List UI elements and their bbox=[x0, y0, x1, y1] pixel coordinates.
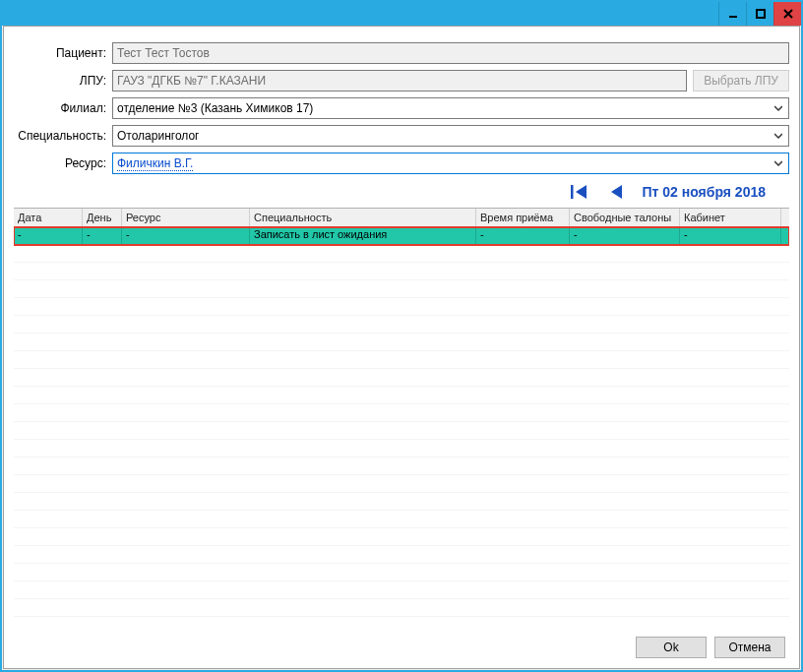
nav-first-button[interactable] bbox=[568, 182, 591, 202]
cell-time: - bbox=[476, 227, 570, 245]
col-day[interactable]: День bbox=[83, 209, 122, 226]
branch-combo[interactable]: отделение №3 (Казань Химиков 17) bbox=[112, 97, 789, 119]
grid-lines bbox=[14, 227, 789, 631]
schedule-grid: Дата День Ресурс Специальность Время при… bbox=[14, 208, 789, 631]
col-free[interactable]: Свободные талоны bbox=[570, 209, 680, 226]
patient-field: Тест Тест Тостов bbox=[112, 42, 789, 64]
resource-label: Ресурс: bbox=[14, 156, 112, 170]
choose-lpu-button[interactable]: Выбрать ЛПУ bbox=[693, 70, 789, 92]
chevron-down-icon bbox=[771, 98, 786, 118]
close-button[interactable] bbox=[773, 2, 801, 26]
resource-value: Филичкин В.Г. bbox=[117, 156, 193, 171]
chevron-down-icon bbox=[771, 126, 786, 146]
titlebar bbox=[2, 2, 801, 26]
patient-label: Пациент: bbox=[14, 46, 112, 60]
specialty-value: Отоларинголог bbox=[117, 129, 200, 143]
filter-form: Пациент: Тест Тест Тостов ЛПУ: ГАУЗ "ДГК… bbox=[14, 42, 789, 174]
cancel-button[interactable]: Отмена bbox=[714, 637, 785, 658]
svg-rect-1 bbox=[757, 10, 765, 18]
col-time[interactable]: Время приёма bbox=[476, 209, 570, 226]
app-window: Пациент: Тест Тест Тостов ЛПУ: ГАУЗ "ДГК… bbox=[0, 0, 803, 672]
col-date[interactable]: Дата bbox=[14, 209, 83, 226]
cell-day: - bbox=[83, 227, 122, 245]
maximize-button[interactable] bbox=[746, 2, 773, 26]
client-area: Пациент: Тест Тест Тостов ЛПУ: ГАУЗ "ДГК… bbox=[3, 26, 800, 669]
col-specialty[interactable]: Специальность bbox=[250, 209, 476, 226]
cell-cab: - bbox=[680, 227, 781, 245]
col-resource[interactable]: Ресурс bbox=[122, 209, 250, 226]
lpu-field: ГАУЗ "ДГКБ №7" Г.КАЗАНИ bbox=[112, 70, 687, 92]
cell-specialty: Записать в лист ожидания bbox=[250, 227, 476, 245]
patient-value: Тест Тест Тостов bbox=[117, 46, 210, 60]
svg-rect-2 bbox=[571, 185, 574, 199]
date-nav: Пт 02 ноября 2018 bbox=[14, 174, 789, 206]
lpu-value: ГАУЗ "ДГКБ №7" Г.КАЗАНИ bbox=[117, 74, 266, 88]
col-cab[interactable]: Кабинет bbox=[680, 209, 781, 226]
date-label: Пт 02 ноября 2018 bbox=[643, 184, 785, 200]
svg-marker-3 bbox=[576, 185, 587, 199]
ok-button[interactable]: Ok bbox=[636, 637, 707, 658]
grid-body: - - - Записать в лист ожидания - - - bbox=[14, 227, 789, 631]
svg-rect-0 bbox=[729, 16, 737, 18]
cell-resource: - bbox=[122, 227, 250, 245]
grid-header: Дата День Ресурс Специальность Время при… bbox=[14, 209, 789, 227]
table-row[interactable]: - - - Записать в лист ожидания - - - bbox=[14, 227, 789, 245]
branch-label: Филиал: bbox=[14, 101, 112, 115]
svg-marker-4 bbox=[611, 185, 622, 199]
resource-combo[interactable]: Филичкин В.Г. bbox=[112, 153, 789, 174]
chevron-down-icon bbox=[771, 153, 786, 173]
dialog-footer: Ok Отмена bbox=[14, 631, 789, 660]
cell-date: - bbox=[14, 227, 83, 245]
specialty-label: Специальность: bbox=[14, 129, 112, 143]
branch-value: отделение №3 (Казань Химиков 17) bbox=[117, 101, 313, 115]
minimize-button[interactable] bbox=[718, 2, 746, 26]
nav-prev-button[interactable] bbox=[605, 182, 629, 202]
cell-free: - bbox=[570, 227, 680, 245]
lpu-label: ЛПУ: bbox=[14, 74, 112, 88]
specialty-combo[interactable]: Отоларинголог bbox=[112, 125, 789, 147]
